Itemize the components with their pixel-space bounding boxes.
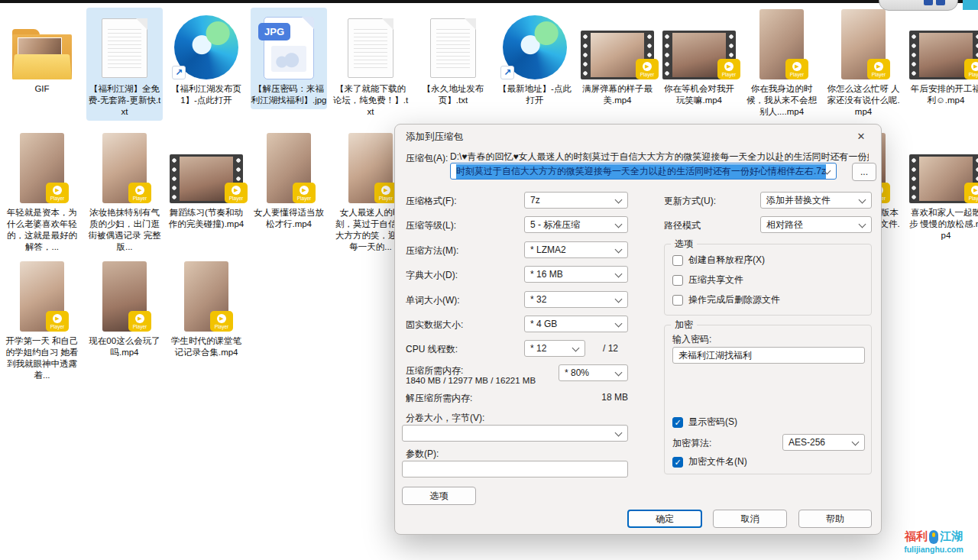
player-badge: ▶Player: [717, 59, 740, 79]
chevron-down-icon: [615, 429, 623, 437]
video-thumbnail: ▶Player: [581, 31, 654, 79]
text-file-icon: [102, 18, 147, 78]
checkbox-empty: [672, 295, 683, 306]
play-icon: ▶: [135, 186, 144, 195]
desktop-icon-video-09[interactable]: ▶Player 女人要懂得适当放松才行.mp4: [251, 131, 327, 233]
method-label: 压缩方法(M):: [406, 244, 458, 257]
text-file-icon: [430, 18, 476, 78]
desktop-icon-txt-permanent[interactable]: 【永久地址发布页】.txt: [415, 8, 491, 109]
desktop-icon-txt-forum[interactable]: 【来了就能下载的论坛，纯免费！】.txt: [332, 8, 409, 121]
shortcut-arrow-icon: ↗: [172, 66, 186, 79]
player-badge: ▶Player: [785, 59, 808, 79]
params-input[interactable]: [402, 461, 628, 477]
mem-compress-detail: 1840 MB / 12977 MB / 16221 MB: [406, 376, 536, 385]
desktop-icon-video-04[interactable]: ▶Player 你怎么这么忙呀 人家还没有说什么呢.mp4: [825, 8, 902, 121]
icon-label: 【来了就能下载的论坛，纯免费！】.txt: [332, 83, 409, 118]
player-badge: ▶Player: [46, 311, 69, 332]
encryption-group-title: 加密: [671, 319, 697, 332]
floating-toolbar-partial[interactable]: [879, 0, 958, 11]
video-thumbnail: ▶Player: [102, 261, 147, 332]
archive-name-combo[interactable]: 时刻莫过于自信大大方方的微笑迎接每一天全力以赴的生活同时还有一份好心情相伴左右.…: [450, 163, 837, 180]
player-badge: ▶Player: [46, 183, 69, 203]
shortcut-arrow-icon: ↗: [500, 66, 514, 79]
icon-label: 年轻就是资本，为什么老婆喜欢年轻的，这就是最好的解答，...: [4, 207, 80, 253]
desktop-icon-video-02[interactable]: ▶Player 你在等机会对我开玩笑嘛.mp4: [661, 8, 737, 109]
desktop-icon-txt-fulijianghu[interactable]: 【福利江湖】全免费-无套路-更新快.txt: [86, 8, 163, 121]
close-icon[interactable]: ✕: [852, 129, 870, 144]
image-placeholder: [271, 46, 306, 72]
mem-percent-combo[interactable]: * 80%: [559, 364, 628, 381]
jpg-file-icon: JPG: [264, 17, 314, 79]
desktop-icon-video-14[interactable]: ▶Player 现在00这么会玩了吗.mp4: [86, 260, 163, 361]
video-thumbnail: ▶Player: [184, 261, 228, 332]
play-icon: ▶: [381, 186, 390, 195]
desktop-icon-video-13[interactable]: ▶Player 开学第一天 和自己的学姐约自习 她看到我就眼神中透露着...: [4, 260, 80, 384]
word-combo[interactable]: * 32: [524, 291, 628, 308]
desktop-icon-jpg-password[interactable]: JPG 【解压密码：来福利江湖找福利】.jpg: [251, 8, 327, 109]
encrypt-names-checkbox[interactable]: ✓加密文件名(N): [672, 455, 747, 468]
path-mode-combo[interactable]: 相对路径: [760, 216, 872, 233]
desktop-icon-edge-latest[interactable]: ↗ 【最新地址】-点此打开: [497, 8, 573, 109]
cancel-button[interactable]: 取消: [713, 510, 787, 528]
sfx-checkbox[interactable]: 创建自释放程序(X): [672, 254, 765, 267]
desktop-icon-video-01[interactable]: ▶Player 满屏弹幕的样子最美.mp4: [579, 8, 656, 109]
method-combo[interactable]: * LZMA2: [524, 241, 628, 258]
dict-combo[interactable]: * 16 MB: [524, 266, 628, 283]
icon-label: 你怎么这么忙呀 人家还没有说什么呢.mp4: [825, 83, 902, 118]
ok-button[interactable]: 确定: [627, 510, 702, 528]
icon-label: 【最新地址】-点此打开: [497, 83, 573, 106]
play-icon: ▶: [135, 314, 144, 323]
update-mode-combo[interactable]: 添加并替换文件: [760, 192, 872, 209]
algo-combo[interactable]: AES-256: [782, 434, 865, 451]
solid-label: 固实数据大小:: [406, 319, 463, 332]
path-mode-label: 路径模式: [664, 219, 701, 232]
player-badge: ▶Player: [867, 59, 890, 79]
desktop-icon-gif-folder[interactable]: GIF: [4, 8, 80, 98]
delete-after-checkbox[interactable]: 操作完成后删除源文件: [672, 293, 780, 306]
desktop-icon-video-03[interactable]: ▶Player 你在我身边的时候，我从来不会想别人....mp4: [743, 8, 820, 121]
volume-label: 分卷大小，字节(V):: [406, 412, 484, 425]
desktop-icon-video-06[interactable]: ▶Player 年轻就是资本，为什么老婆喜欢年轻的，这就是最好的解答，...: [4, 131, 80, 256]
play-icon: ▶: [232, 186, 241, 195]
icon-label: 年后安排的开工福利☺.mp4: [908, 83, 978, 106]
site-logo: 福利 江湖 fulijianghu.com: [897, 529, 970, 554]
icon-label: 现在00这么会玩了吗.mp4: [86, 335, 163, 358]
options-button[interactable]: 选项: [402, 487, 476, 505]
solid-combo[interactable]: * 4 GB: [524, 316, 628, 332]
desktop-icon-video-15[interactable]: ▶Player 学生时代的课堂笔记记录合集.mp4: [168, 260, 244, 361]
options-group: 选项 创建自释放程序(X) 压缩共享文件 操作完成后删除源文件: [664, 244, 872, 316]
encryption-group: 加密 输入密码: ✓显示密码(S) 加密算法: AES-256 ✓加密文件名(N…: [664, 325, 872, 474]
icon-label: 【解压密码：来福利江湖找福利】.jpg: [251, 83, 327, 106]
cpu-label: CPU 线程数:: [406, 343, 458, 356]
chevron-down-icon: [615, 320, 623, 328]
browse-button[interactable]: ...: [852, 163, 876, 181]
chevron-down-icon: [615, 221, 623, 228]
archive-name-selected-text: 时刻莫过于自信大大方方的微笑迎接每一天全力以赴的生活同时还有一份好心情相伴左右.…: [456, 164, 826, 179]
level-label: 压缩等级(L):: [406, 219, 456, 232]
chevron-down-icon: [615, 296, 623, 303]
icon-label: 女人要懂得适当放松才行.mp4: [251, 207, 327, 230]
password-input[interactable]: [672, 347, 865, 364]
volume-combo[interactable]: [402, 425, 628, 442]
help-button[interactable]: 帮助: [798, 510, 872, 528]
desktop-icon-video-07[interactable]: ▶Player 浓妆艳抹特别有气质的少妇，出门逛街被偶遇记录 完整版...: [86, 131, 163, 256]
player-badge: ▶Player: [210, 311, 233, 332]
desktop-icon-video-08[interactable]: ▶Player 舞蹈练习(节奏和动作的完美碰撞).mp4: [168, 131, 244, 233]
chevron-down-icon: [615, 246, 623, 254]
play-icon: ▶: [217, 314, 226, 323]
desktop-icon-video-05[interactable]: ▶Player 年后安排的开工福利☺.mp4: [908, 8, 978, 109]
show-password-checkbox[interactable]: ✓显示密码(S): [672, 416, 737, 429]
desktop-icon-video-12[interactable]: ▶Player 喜欢和家人一起散步 慢慢的放松感.mp4: [908, 131, 978, 244]
player-badge: ▶Player: [964, 183, 978, 203]
chevron-down-icon: [615, 369, 623, 377]
player-badge: ▶Player: [128, 183, 151, 203]
params-label: 参数(P):: [406, 448, 439, 461]
desktop-icon-edge-release-page[interactable]: ↗ 【福利江湖发布页1】-点此打开: [168, 8, 244, 109]
shared-files-checkbox[interactable]: 压缩共享文件: [672, 274, 743, 286]
cpu-combo[interactable]: * 12: [524, 340, 585, 357]
video-thumbnail: ▶Player: [102, 133, 147, 203]
video-thumbnail: ▶Player: [20, 261, 64, 332]
format-combo[interactable]: 7z: [524, 192, 628, 209]
level-combo[interactable]: 5 - 标准压缩: [524, 216, 628, 233]
checkbox-empty: [672, 255, 683, 266]
